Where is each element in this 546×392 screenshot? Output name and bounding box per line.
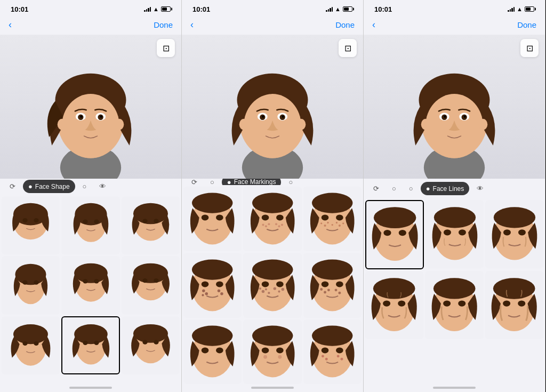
done-button-2[interactable]: Done: [335, 20, 355, 29]
face-lines-label-3: Face Lines: [433, 185, 464, 193]
status-bar-2: 10:01 ▲: [182, 0, 363, 17]
option-cell-1-1[interactable]: [2, 196, 60, 254]
option-cell-1-2[interactable]: [61, 196, 119, 254]
svg-point-103: [261, 290, 264, 292]
marking-cell-2[interactable]: [243, 187, 301, 251]
lines-cell-5[interactable]: [425, 271, 483, 340]
face-option-svg-2-3: [126, 261, 175, 310]
back-button-3[interactable]: ‹: [372, 19, 385, 30]
svg-point-82: [320, 222, 322, 224]
status-icons-3: ▲: [508, 6, 534, 12]
face-option-svg-3-3: [126, 321, 175, 370]
cat-tab-face-markings-2[interactable]: ● Face Markings: [222, 179, 282, 185]
svg-point-111: [322, 281, 329, 287]
cat-tab-head-3[interactable]: ⟳: [368, 182, 384, 195]
svg-point-66: [202, 215, 209, 221]
lines-cell-6[interactable]: [485, 271, 543, 340]
cat-tab-face-lines-3[interactable]: ● Face Lines: [421, 182, 470, 195]
svg-point-133: [325, 358, 328, 361]
cat-tab-face-shape-3[interactable]: ○: [387, 182, 402, 195]
done-button-1[interactable]: Done: [154, 20, 173, 29]
home-indicator-2: [251, 387, 294, 389]
cat-tab-head-2[interactable]: ⟳: [186, 179, 203, 185]
svg-point-44: [83, 341, 87, 345]
svg-point-125: [276, 348, 284, 354]
status-bar-3: 10:01 ▲: [364, 0, 545, 17]
option-cell-2-3[interactable]: [122, 256, 180, 314]
svg-point-99: [252, 259, 293, 279]
svg-point-17: [34, 218, 38, 222]
avatar-area-3: ⊡: [364, 35, 545, 179]
svg-point-86: [336, 222, 338, 223]
svg-point-95: [202, 294, 204, 296]
svg-point-13: [115, 119, 124, 130]
marking-cell-3[interactable]: [303, 187, 362, 251]
svg-point-114: [324, 291, 326, 293]
cat-tab-ears-1[interactable]: ○: [77, 180, 92, 193]
cat-tab-face-shape-1[interactable]: ● Face Shape: [23, 180, 75, 193]
face-shape-label-1: Face Shape: [35, 183, 70, 190]
svg-point-85: [332, 224, 333, 226]
svg-point-35: [133, 263, 168, 283]
svg-point-90: [192, 259, 233, 279]
marking-svg-1: [186, 190, 238, 248]
lines-svg-1: [368, 203, 421, 266]
back-button-1[interactable]: ‹: [9, 19, 21, 30]
svg-point-91: [202, 281, 209, 287]
marking-cell-9[interactable]: [303, 319, 362, 384]
status-time-3: 10:01: [374, 5, 392, 13]
svg-point-113: [320, 288, 323, 291]
cat-tab-eyes-1[interactable]: 👁: [94, 180, 111, 193]
lines-cell-2[interactable]: [425, 200, 484, 268]
svg-point-84: [327, 222, 328, 223]
marking-cell-5[interactable]: [243, 253, 301, 317]
cat-tab-head-1[interactable]: ⟳: [4, 180, 21, 193]
lines-cell-3[interactable]: [485, 200, 543, 268]
svg-point-171: [493, 278, 535, 299]
svg-point-107: [278, 290, 280, 292]
wifi-icon-1: ▲: [153, 6, 159, 12]
lines-cell-4[interactable]: [365, 271, 423, 340]
option-cell-3-2[interactable]: [61, 316, 119, 374]
marking-cell-1[interactable]: [183, 187, 242, 251]
camera-button-1[interactable]: ⊡: [157, 39, 175, 57]
option-cell-3-3[interactable]: [122, 316, 180, 374]
option-cell-2-1[interactable]: [2, 256, 60, 314]
panel-bottom-3: ⟳ ○ ○ ● Face Lines 👁: [364, 179, 545, 376]
svg-point-167: [433, 278, 476, 299]
marking-cell-6[interactable]: [303, 253, 362, 317]
option-cell-3-1[interactable]: [2, 316, 60, 374]
avatar-svg-3: [364, 35, 545, 179]
svg-point-73: [265, 225, 267, 227]
svg-point-87: [339, 225, 341, 227]
svg-point-131: [336, 348, 343, 354]
svg-point-49: [154, 340, 158, 344]
svg-point-112: [336, 281, 343, 287]
status-icons-2: ▲: [326, 6, 352, 12]
status-time-1: 10:01: [11, 5, 28, 13]
svg-point-21: [94, 220, 99, 224]
svg-point-161: [518, 230, 526, 236]
option-cell-1-3[interactable]: [122, 196, 180, 254]
marking-cell-4[interactable]: [183, 253, 242, 317]
svg-point-75: [275, 223, 277, 225]
back-button-2[interactable]: ‹: [190, 19, 203, 30]
cat-tab-chin-3[interactable]: ○: [404, 182, 419, 195]
face-option-svg-2-1: [6, 261, 55, 310]
panel-face-shape: 10:01 ▲ ‹ Done ⊡: [0, 0, 182, 392]
cat-tab-eyes-3[interactable]: 👁: [471, 182, 489, 195]
svg-point-31: [74, 263, 108, 283]
cat-tab-face-shape-2[interactable]: ○: [205, 179, 220, 185]
marking-cell-8[interactable]: [243, 319, 301, 384]
lines-cell-1[interactable]: [365, 200, 424, 269]
camera-button-3[interactable]: ⊡: [520, 39, 539, 57]
cat-tab-chin-2[interactable]: ○: [283, 179, 298, 185]
svg-point-130: [322, 348, 329, 354]
head-icon-3: ⟳: [373, 185, 379, 193]
marking-cell-7[interactable]: [183, 319, 242, 384]
signal-bars-3: [508, 6, 515, 12]
option-cell-2-2[interactable]: [61, 256, 119, 314]
done-button-3[interactable]: Done: [517, 20, 536, 29]
camera-button-2[interactable]: ⊡: [339, 39, 357, 57]
svg-point-61: [282, 116, 284, 118]
